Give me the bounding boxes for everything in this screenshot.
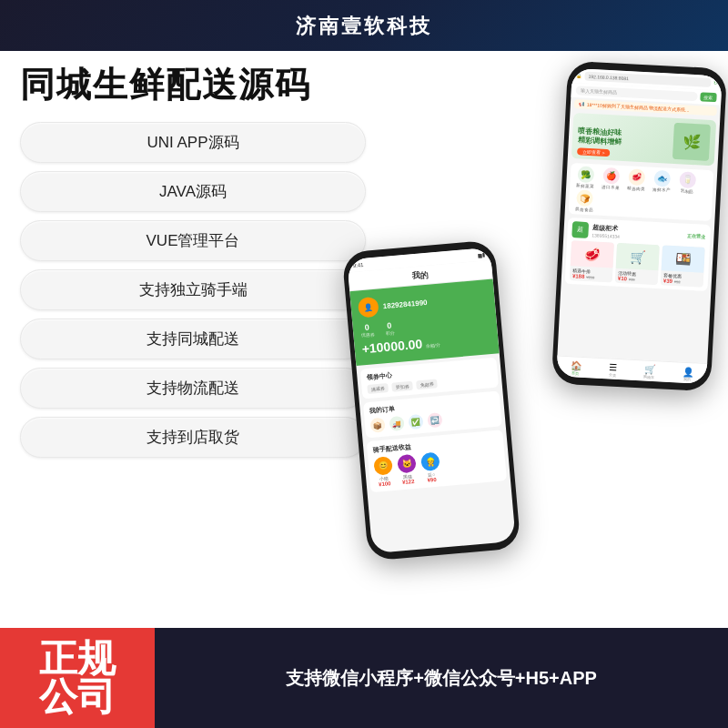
cat-icon-5: 🥛 <box>679 171 696 188</box>
product-price-row-3: ¥39 ¥52 <box>663 278 701 285</box>
feature-item-6: 支持物流配送 <box>20 368 366 409</box>
footer-company-line1: 正规 <box>39 640 116 678</box>
feature-item-5: 支持同城配送 <box>20 318 366 359</box>
header: 济南壹软科技 <box>0 0 728 51</box>
footer: 正规 公司 支持微信小程序+微信公众号+H5+APP <box>0 628 728 728</box>
cat-item-6[interactable]: 🍞 烘焙食品 <box>572 189 597 212</box>
search-placeholder: 输入天猫生鲜商品 <box>581 87 617 95</box>
notification-icon: 📢 <box>579 101 584 106</box>
product-info-3: 套餐优惠 ¥39 ¥52 <box>661 270 704 287</box>
balance-label: 余额/分 <box>425 342 440 349</box>
footer-right: 支持微信小程序+微信公众号+H5+APP <box>155 651 728 705</box>
product-grid: 🥩 精选牛排 ¥188 ¥218 🛒 <box>570 240 705 288</box>
coupon-tag-3: 免邮券 <box>416 379 438 389</box>
cat-icon-1: 🥦 <box>577 166 594 183</box>
rider-3: 👷 豆○ ¥90 <box>420 452 441 484</box>
battery-left: ▮▮▮ <box>477 251 486 258</box>
footer-support-text: 支持微信小程序+微信公众号+H5+APP <box>286 665 597 691</box>
content-area: 同城生鲜配送源码 UNI APP源码 JAVA源码 VUE管理平台 支持独立骑手… <box>0 51 728 628</box>
product-price-2: ¥10 <box>618 276 627 282</box>
product-price-row-2: ¥10 ¥15 <box>618 276 655 283</box>
phone-left-mockup: 9:41 ▮▮▮ 我的 👤 18292841990 0 <box>342 239 521 561</box>
rider-amount-2: ¥122 <box>402 479 415 485</box>
bottom-nav-cart[interactable]: 🛒 购物车 <box>643 364 655 379</box>
promo-btn[interactable]: 立即查看 > <box>577 147 611 157</box>
time-left: 9:41 <box>353 262 364 268</box>
order-icon-3: ✅ <box>408 414 423 430</box>
bottom-nav-mine[interactable]: 👤 我的 <box>682 367 693 382</box>
product-info-1: 精选牛排 ¥188 ¥218 <box>570 266 613 282</box>
feature-item-3: VUE管理平台 <box>20 220 366 261</box>
features-list: UNI APP源码 JAVA源码 VUE管理平台 支持独立骑手端 支持同城配送 … <box>20 122 366 458</box>
product-card-3[interactable]: 🍱 套餐优惠 ¥39 ¥52 <box>661 245 705 287</box>
product-original-3: ¥52 <box>674 279 681 284</box>
category-icon: ☰ <box>609 362 618 372</box>
search-btn[interactable]: 搜索 <box>700 92 716 102</box>
rider-avatar-2: 🐱 <box>397 454 417 474</box>
cat-icon-6: 🍞 <box>576 189 593 207</box>
store-info: 超级柜术 13895514334 <box>592 223 684 242</box>
product-original-2: ¥15 <box>629 277 635 281</box>
cat-label-4: 海鲜水产 <box>652 187 671 193</box>
user-phone: 18292841990 <box>382 298 428 309</box>
feature-item-2: JAVA源码 <box>20 171 366 212</box>
avatar: 👤 <box>358 297 379 318</box>
cat-label-6: 烘焙食品 <box>575 207 593 212</box>
product-price-row-1: ¥188 ¥218 <box>572 273 610 280</box>
cat-icon-3: 🥩 <box>628 168 645 186</box>
bottom-nav-category[interactable]: ☰ 分类 <box>608 362 617 377</box>
product-card-1[interactable]: 🥩 精选牛排 ¥188 ¥218 <box>570 240 614 282</box>
home-icon: 🏠 <box>571 360 582 371</box>
footer-company-line2: 公司 <box>39 678 116 716</box>
store-card: 超 超级柜术 13895514334 正在营业 🥩 精选牛排 <box>565 217 712 291</box>
left-panel: 同城生鲜配送源码 UNI APP源码 JAVA源码 VUE管理平台 支持独立骑手… <box>0 51 382 628</box>
feature-item-1: UNI APP源码 <box>20 122 366 163</box>
user-card: 👤 18292841990 0 优惠券 0 积分 <box>349 279 500 366</box>
main-title: 同城生鲜配送源码 <box>20 66 366 106</box>
search-input-right[interactable]: 输入天猫生鲜商品 <box>575 86 697 101</box>
product-img-2: 🛒 <box>616 243 660 270</box>
feature-item-4: 支持独立骑手端 <box>20 269 366 310</box>
delivery-section: 骑手配送收益 😊 小晴 ¥100 🐱 黑猫 ¥122 <box>367 430 507 492</box>
rider-avatar-3: 👷 <box>420 452 440 472</box>
bottom-nav-right: 🏠 首页 ☰ 分类 🛒 购物车 👤 我的 <box>556 355 707 384</box>
order-icon-1: 📦 <box>369 418 385 433</box>
promo-text-container: 喷香粮油好味 精彩调料增鲜 立即查看 > <box>578 126 674 150</box>
cat-item-5[interactable]: 🥛 乳制品 <box>675 171 700 194</box>
store-logo: 超 <box>571 221 589 238</box>
cat-item-3[interactable]: 🥩 精选肉类 <box>624 168 649 191</box>
carrier-right: 🔒 <box>576 73 581 78</box>
stat-coupon: 0 优惠券 <box>359 322 374 338</box>
right-panel: 9:41 ▮▮▮ 我的 👤 18292841990 0 <box>382 51 728 628</box>
rider-avatar-1: 😊 <box>373 456 393 476</box>
cat-item-2[interactable]: 🍎 进口水果 <box>599 167 623 190</box>
cat-icon-2: 🍎 <box>602 167 620 185</box>
rider-amount-1: ¥100 <box>379 480 391 487</box>
coupon-tag-1: 满减券 <box>367 383 389 394</box>
cat-label-1: 新鲜蔬菜 <box>576 183 594 188</box>
product-card-2[interactable]: 🛒 活动特惠 ¥10 ¥15 <box>615 243 660 285</box>
promo-image: 🌿 <box>672 123 711 161</box>
cat-icon-4: 🐟 <box>653 170 671 187</box>
cart-icon: 🛒 <box>643 364 655 375</box>
order-icon-4: ↩️ <box>427 412 442 428</box>
header-title: 济南壹软科技 <box>296 15 432 37</box>
order-icon-2: 🚚 <box>389 416 404 431</box>
product-price-1: ¥188 <box>572 273 585 279</box>
product-img-1: 🥩 <box>571 240 614 268</box>
cart-label: 购物车 <box>643 374 654 379</box>
stat-coupon-num: 0 <box>364 323 369 332</box>
category-label: 分类 <box>609 372 616 377</box>
phone-right-screen: 🔒 192.168.0.138:8081 ↻ 输入天猫生鲜商品 搜索 📢 18*… <box>556 68 723 384</box>
cat-label-5: 乳制品 <box>680 188 693 194</box>
mine-icon: 👤 <box>682 367 693 378</box>
stat-coupon-label: 优惠券 <box>360 331 374 338</box>
balance-amount: +10000.00 <box>361 337 423 357</box>
category-row: 🥦 新鲜蔬菜 🍎 进口水果 🥩 精选肉类 🐟 <box>569 163 714 221</box>
notification-text: 18***10鲜购到了天猫生鲜商品 物流配送方式系统... <box>587 102 690 113</box>
cat-item-4[interactable]: 🐟 海鲜水产 <box>650 170 674 193</box>
rider-1: 😊 小晴 ¥100 <box>373 456 394 488</box>
stat-points-num: 0 <box>387 321 392 330</box>
bottom-nav-home[interactable]: 🏠 首页 <box>570 360 581 376</box>
cat-item-1[interactable]: 🥦 新鲜蔬菜 <box>573 166 598 188</box>
